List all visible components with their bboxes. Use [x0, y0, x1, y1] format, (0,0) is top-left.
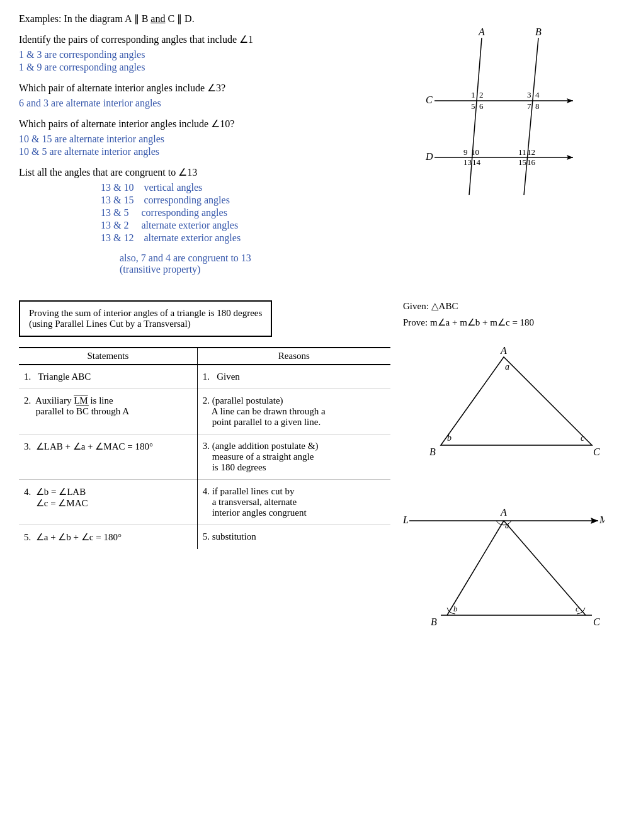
and-underline: and	[150, 13, 165, 24]
left-content: Examples: In the diagram A ∥ B and C ∥ D…	[19, 13, 409, 275]
svg-text:16: 16	[527, 157, 536, 167]
q1-question: Identify the pairs of corresponding angl…	[19, 33, 409, 45]
svg-text:C: C	[593, 446, 600, 457]
svg-text:B: B	[431, 616, 437, 627]
proof-row-1: 1. Triangle ABC 1. Given	[19, 365, 390, 389]
proof-row-3: 3. ∠LAB + ∠a + ∠MAC = 180° 3. (angle add…	[19, 434, 390, 480]
svg-text:L: L	[403, 514, 409, 525]
proof-right: Given: △ABC Prove: m∠a + m∠b + m∠c = 180…	[403, 300, 617, 634]
proof-row-4: 4. ∠b = ∠LAB ∠c = ∠MAC 4. if parallel li…	[19, 480, 390, 525]
top-section: Examples: In the diagram A ∥ B and C ∥ D…	[19, 13, 617, 275]
q4-note-line1: also, 7 and 4 are congruent to 13	[120, 253, 409, 264]
q1-answer1: 1 & 3 are corresponding angles	[19, 49, 409, 60]
svg-line-1	[524, 38, 538, 195]
svg-text:B: B	[535, 26, 542, 37]
svg-line-40	[504, 521, 586, 615]
reason-2: 2. (parallel postulate) A line can be dr…	[197, 389, 390, 434]
reason-5: 5. substitution	[197, 525, 390, 550]
svg-text:a: a	[505, 362, 509, 372]
page-wrapper: Examples: In the diagram A ∥ B and C ∥ D…	[19, 13, 617, 634]
proof-row-5: 5. ∠a + ∠b + ∠c = 180° 5. substitution	[19, 525, 390, 550]
proof-box: Proving the sum of interior angles of a …	[19, 300, 272, 337]
stmt-2: 2. Auxiliary LM is line parallel to BC t…	[19, 389, 197, 434]
q1-answer2: 1 & 9 are corresponding angles	[19, 62, 409, 73]
svg-text:A: A	[500, 507, 507, 518]
reason-4: 4. if parallel lines cut by a transversa…	[197, 480, 390, 525]
q4-answers: 13 & 10 vertical angles 13 & 15 correspo…	[101, 182, 409, 244]
reason-3: 3. (angle addition postulate &) measure …	[197, 434, 390, 480]
reason-1: 1. Given	[197, 365, 390, 389]
q2-question: Which pair of alternate interior angles …	[19, 82, 409, 94]
q3-answer1: 10 & 15 are alternate interior angles	[19, 133, 409, 145]
q4-answer4: 13 & 2 alternate exterior angles	[101, 220, 409, 231]
q3-question: Which pairs of alternate interior angles…	[19, 118, 409, 130]
svg-text:5: 5	[471, 101, 475, 111]
q4-question: List all the angles that are congruent t…	[19, 166, 409, 178]
svg-text:14: 14	[472, 157, 481, 167]
triangle-lm-diagram: L M A a B C b c	[403, 483, 605, 634]
prove-text: Prove: m∠a + m∠b + m∠c = 180	[403, 317, 617, 328]
given-text: Given: △ABC	[403, 300, 617, 312]
col-stmt-header: Statements	[19, 348, 197, 365]
svg-text:C: C	[593, 616, 600, 627]
svg-line-39	[447, 521, 504, 615]
svg-marker-26	[441, 357, 592, 445]
q2-answer1: 6 and 3 are alternate interior angles	[19, 98, 409, 109]
stmt-3: 3. ∠LAB + ∠a + ∠MAC = 180°	[19, 434, 197, 480]
proof-box-line2: (using Parallel Lines Cut by a Transvers…	[29, 319, 262, 329]
svg-text:8: 8	[535, 101, 540, 111]
svg-text:2: 2	[479, 90, 484, 99]
svg-text:b: b	[453, 604, 458, 613]
proof-table: Statements Reasons 1. Triangle ABC 1. Gi…	[19, 347, 390, 549]
q4-note-line2: (transitive property)	[120, 264, 409, 275]
q3-answer2: 10 & 5 are alternate interior angles	[19, 146, 409, 157]
q4-answer3: 13 & 5 corresponding angles	[101, 207, 409, 219]
svg-text:1: 1	[471, 90, 475, 99]
svg-text:D: D	[425, 151, 433, 162]
svg-text:c: c	[576, 604, 579, 613]
q4-answer1: 13 & 10 vertical angles	[101, 182, 409, 193]
stmt-1: 1. Triangle ABC	[19, 365, 197, 389]
stmt-4: 4. ∠b = ∠LAB ∠c = ∠MAC	[19, 480, 197, 525]
svg-text:7: 7	[527, 101, 531, 111]
svg-text:13: 13	[463, 157, 472, 167]
triangle-abc-diagram: A B C a b c	[403, 338, 605, 464]
svg-line-0	[469, 38, 482, 195]
proof-left: Proving the sum of interior angles of a …	[19, 300, 390, 634]
svg-text:6: 6	[479, 101, 484, 111]
svg-text:B: B	[429, 446, 436, 457]
svg-text:11: 11	[518, 147, 526, 157]
svg-text:12: 12	[527, 147, 535, 157]
proof-box-line1: Proving the sum of interior angles of a …	[29, 308, 262, 319]
right-diagram: A B C D 1 2 5 6 3 4 7 8 9 10 13	[422, 25, 617, 275]
bottom-section: Proving the sum of interior angles of a …	[19, 300, 617, 634]
svg-text:A: A	[478, 26, 485, 37]
svg-text:9: 9	[463, 147, 468, 157]
examples-header: Examples: In the diagram A ∥ B and C ∥ D…	[19, 13, 409, 25]
q4-note: also, 7 and 4 are congruent to 13 (trans…	[120, 253, 409, 275]
svg-text:3: 3	[527, 90, 531, 99]
q4-answer2: 13 & 15 corresponding angles	[101, 195, 409, 206]
svg-text:c: c	[581, 433, 585, 443]
svg-text:a: a	[505, 521, 509, 530]
svg-text:A: A	[500, 345, 507, 356]
svg-text:4: 4	[535, 90, 540, 99]
q4-answer5: 13 & 12 alternate exterior angles	[101, 232, 409, 244]
examples-label: Examples: In the diagram A ∥ B and C ∥ D…	[19, 13, 195, 24]
svg-text:10: 10	[471, 147, 479, 157]
proof-row-2: 2. Auxiliary LM is line parallel to BC t…	[19, 389, 390, 434]
parallel-lines-diagram: A B C D 1 2 5 6 3 4 7 8 9 10 13	[422, 25, 611, 201]
svg-text:M: M	[599, 514, 605, 525]
stmt-5: 5. ∠a + ∠b + ∠c = 180°	[19, 525, 197, 550]
svg-text:15: 15	[518, 157, 526, 167]
svg-text:b: b	[447, 433, 451, 443]
col-reason-header: Reasons	[197, 348, 390, 365]
svg-text:C: C	[426, 94, 433, 105]
